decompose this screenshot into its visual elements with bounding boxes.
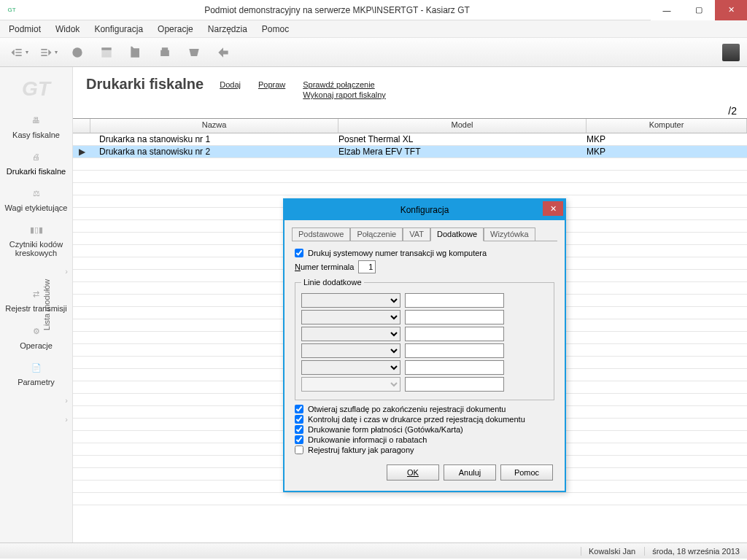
- ok-button[interactable]: OK: [387, 464, 439, 481]
- close-button[interactable]: ✕: [715, 0, 747, 20]
- app-icon: GT: [6, 4, 18, 16]
- status-user: Kowalski Jan: [581, 547, 635, 556]
- help-button[interactable]: Pomoc: [500, 464, 553, 481]
- minimize-button[interactable]: —: [651, 0, 683, 20]
- line1-select[interactable]: [301, 293, 400, 308]
- line3-select[interactable]: [301, 327, 400, 341]
- toolbar-btn-7[interactable]: [182, 42, 206, 63]
- sidebar-item-operacje[interactable]: ⚙Operacje: [3, 320, 70, 352]
- cash-register-icon: 🖶: [26, 112, 47, 129]
- line4-select[interactable]: [301, 343, 400, 358]
- line2-select[interactable]: [301, 310, 400, 324]
- printer-icon: 🖨: [26, 148, 47, 166]
- tab-dodatkowe[interactable]: Dodatkowe: [430, 228, 484, 241]
- chk-print-sys-number-label: Drukuj systemowy numer transakcji wg kom…: [308, 249, 487, 257]
- col-komputer[interactable]: Komputer: [587, 119, 747, 133]
- chk-opt-0-label: Otwieraj szufladę po zakończeniu rejestr…: [308, 405, 506, 413]
- row-count: /2: [73, 105, 747, 118]
- chk-opt-4[interactable]: [295, 446, 303, 454]
- config-dialog: Konfiguracja ✕ PodstawowePołączenieVATDo…: [283, 198, 566, 492]
- menu-widok[interactable]: Widok: [53, 23, 82, 36]
- menu-konfiguracja[interactable]: Konfiguracja: [91, 23, 146, 36]
- tab-vat[interactable]: VAT: [403, 228, 430, 241]
- sidebar-item-czytniki[interactable]: ▮▯▮Czytniki kodów kreskowych: [3, 219, 70, 260]
- maximize-button[interactable]: ▢: [683, 0, 715, 20]
- toolbar-btn-8[interactable]: [212, 42, 235, 63]
- chk-opt-3-label: Drukowanie informacji o rabatach: [308, 435, 427, 444]
- col-nazwa[interactable]: Nazwa: [90, 119, 338, 133]
- status-date: środa, 18 września 2013: [644, 547, 740, 556]
- chk-opt-1[interactable]: [295, 415, 303, 424]
- line3-input[interactable]: [405, 327, 504, 341]
- sidebar-item-drukarki[interactable]: 🖨Drukarki fiskalne: [3, 146, 70, 178]
- sidebar-item-parametry[interactable]: 📄Parametry: [3, 357, 70, 389]
- sidebar-item-rejestr[interactable]: ⇄Rejestr transmisji: [3, 283, 70, 315]
- toolbar-btn-1[interactable]: ▾: [7, 42, 31, 63]
- menu-operacje[interactable]: Operacje: [155, 23, 196, 36]
- col-model[interactable]: Model: [338, 119, 587, 133]
- scale-icon: ⚖: [26, 184, 47, 202]
- link-add[interactable]: Dodaj: [220, 80, 241, 99]
- link-check[interactable]: Sprawdź połączenie: [303, 80, 386, 89]
- tab-wizytówka[interactable]: Wizytówka: [484, 228, 535, 241]
- sidebar: GT 🖶Kasy fiskalne 🖨Drukarki fiskalne ⚖Wa…: [0, 67, 73, 542]
- dialog-title: Konfiguracja ✕: [285, 200, 565, 220]
- params-icon: 📄: [26, 359, 47, 376]
- table-row[interactable]: Drukarka na stanowisku nr 1Posnet Therma…: [73, 133, 747, 146]
- line5-input[interactable]: [405, 360, 504, 375]
- link-edit[interactable]: Popraw: [258, 80, 285, 99]
- table-row[interactable]: ▶Drukarka na stanowisku nr 2Elzab Mera E…: [73, 146, 747, 158]
- toolbar-btn-2[interactable]: ▾: [36, 42, 60, 63]
- gt-logo: GT: [22, 77, 50, 101]
- page-title: Drukarki fiskalne: [86, 76, 204, 93]
- chk-opt-3[interactable]: [295, 435, 303, 444]
- chk-print-sys-number[interactable]: [295, 249, 303, 257]
- toolbar-btn-5[interactable]: [124, 42, 147, 63]
- link-report[interactable]: Wykonaj raport fiskalny: [303, 90, 386, 99]
- line4-input[interactable]: [405, 343, 504, 358]
- lines-fieldset: Linie dodatkowe: [295, 278, 554, 400]
- toolbar-btn-4[interactable]: [95, 42, 118, 63]
- sidebar-expander-3[interactable]: ›: [65, 415, 72, 424]
- cancel-button[interactable]: Anuluj: [444, 464, 496, 481]
- line6-input[interactable]: [405, 377, 504, 392]
- menubar: Podmiot Widok Konfiguracja Operacje Narz…: [0, 20, 747, 38]
- sidebar-expander-2[interactable]: ›: [65, 396, 72, 405]
- line2-input[interactable]: [405, 310, 504, 324]
- menu-pomoc[interactable]: Pomoc: [259, 23, 292, 36]
- toolbar-btn-3[interactable]: [66, 42, 89, 63]
- chk-opt-0[interactable]: [295, 405, 303, 413]
- barcode-icon: ▮▯▮: [26, 221, 47, 238]
- toolbar: ▾ ▾: [0, 38, 747, 67]
- chk-opt-2[interactable]: [295, 425, 303, 434]
- chk-opt-4-label: Rejestruj faktury jak paragony: [308, 446, 414, 454]
- line6-select: [301, 377, 400, 392]
- chk-opt-1-label: Kontroluj datę i czas w drukarce przed r…: [308, 415, 525, 424]
- window-title: Podmiot demonstracyjny na serwerze MKP\I…: [23, 5, 651, 15]
- sidebar-expander-1[interactable]: ›: [65, 267, 72, 276]
- svg-point-0: [72, 47, 82, 57]
- statusbar: Kowalski Jan środa, 18 września 2013: [0, 542, 747, 559]
- tab-połączenie[interactable]: Połączenie: [350, 228, 403, 241]
- terminal-label: Numer terminala: [295, 262, 354, 271]
- titlebar: GT Podmiot demonstracyjny na serwerze MK…: [0, 0, 747, 20]
- sidebar-item-kasy[interactable]: 🖶Kasy fiskalne: [3, 109, 70, 141]
- sidebar-item-wagi[interactable]: ⚖Wagi etykietujące: [3, 182, 70, 214]
- cube-icon[interactable]: [722, 44, 740, 61]
- menu-narzedzia[interactable]: Narzędzia: [205, 23, 250, 36]
- tab-podstawowe[interactable]: Podstawowe: [292, 228, 350, 241]
- line5-select[interactable]: [301, 360, 400, 375]
- lines-legend: Linie dodatkowe: [301, 278, 364, 287]
- line1-input[interactable]: [405, 293, 504, 308]
- menu-podmiot[interactable]: Podmiot: [6, 23, 44, 36]
- dialog-tabs: PodstawowePołączenieVATDodatkoweWizytówk…: [292, 228, 557, 241]
- dialog-close-button[interactable]: ✕: [543, 201, 563, 216]
- terminal-input[interactable]: [358, 260, 376, 273]
- toolbar-btn-6[interactable]: [153, 42, 177, 63]
- chk-opt-2-label: Drukowanie form płatności (Gotówka/Karta…: [308, 425, 463, 434]
- sidebar-heading: Lista modułów: [42, 279, 51, 330]
